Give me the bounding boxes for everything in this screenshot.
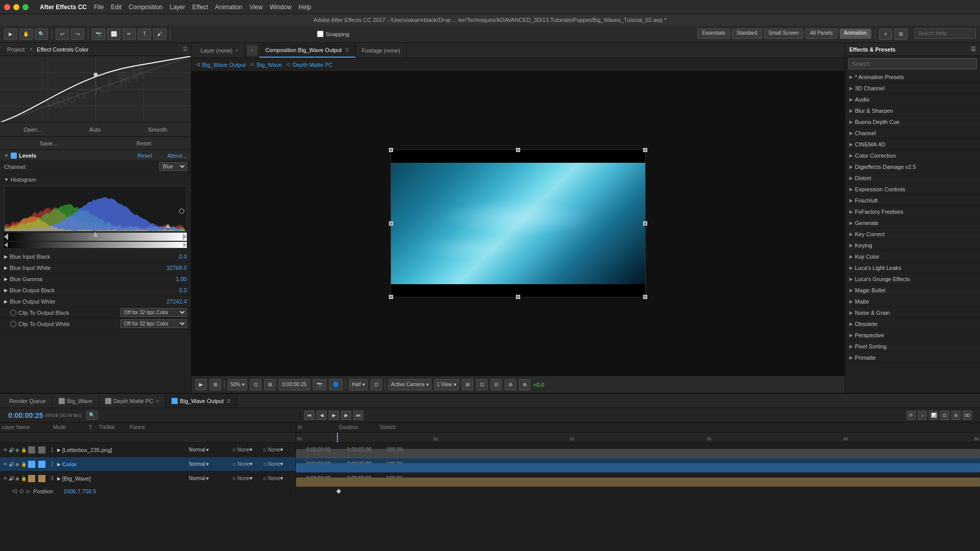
text-btn[interactable]: T	[138, 29, 151, 40]
category-channel[interactable]: ▶ Channel	[845, 128, 980, 139]
close-button[interactable]	[4, 4, 10, 10]
effects-search-input[interactable]	[848, 58, 977, 69]
category-color-correction[interactable]: ▶ Color Correction	[845, 150, 980, 161]
tl-search-btn[interactable]: 🔍	[86, 411, 97, 420]
project-tab[interactable]: Project	[3, 45, 29, 54]
edit-workspace-btn[interactable]: ⊞	[894, 29, 908, 40]
layer-2-solo[interactable]: ◉	[14, 461, 20, 467]
param-expand-1[interactable]: ▶	[4, 265, 8, 270]
menu-view[interactable]: View	[250, 4, 263, 11]
layer-1-audio[interactable]: 🔊	[8, 447, 14, 453]
menu-help[interactable]: Help	[299, 4, 311, 11]
playhead[interactable]	[337, 433, 338, 442]
keyframe-diamond[interactable]	[336, 489, 341, 494]
workspace-animation[interactable]: Animation	[840, 29, 871, 39]
camera-btn-viewer[interactable]: 📷	[313, 379, 326, 390]
brush-btn[interactable]: 🖌	[153, 29, 166, 40]
sub-right-icon[interactable]: ▷	[27, 489, 30, 494]
workspace-standard[interactable]: Standard	[732, 29, 762, 39]
layer-3-audio[interactable]: 🔊	[8, 475, 14, 482]
frame-btn[interactable]: ⊞	[210, 379, 221, 390]
hand-tool[interactable]: ✋	[19, 29, 33, 40]
breadcrumb-item-0[interactable]: Big_Wave Output	[202, 62, 246, 68]
category-noise-grain[interactable]: ▶ Noise & Grain	[845, 307, 980, 318]
workspace-all-panels[interactable]: All Panels	[805, 29, 837, 39]
param-value-1[interactable]: 32768.0	[156, 265, 187, 271]
param-expand-0[interactable]: ▶	[4, 254, 8, 259]
layer-1-lock[interactable]: 🔒	[20, 447, 27, 453]
layer-1-parent[interactable]: ⊙ None ▾	[263, 446, 293, 453]
handle-bm[interactable]	[516, 295, 520, 299]
tl-next-frame[interactable]: ▶	[341, 411, 351, 420]
comp-tab-menu[interactable]: ☰	[345, 47, 349, 53]
category-pixel-sorting[interactable]: ▶ Pixel Sorting	[845, 341, 980, 352]
save-btn[interactable]: Save...	[36, 139, 61, 147]
position-value[interactable]: 1000.7,758.5	[63, 488, 96, 494]
param-value-4[interactable]: 27242.4	[156, 298, 187, 305]
handle-ml[interactable]	[389, 221, 393, 226]
tl-loop-btn[interactable]: ⟳	[906, 411, 916, 420]
undo-btn[interactable]: ↩	[56, 29, 69, 40]
handle-mr[interactable]	[643, 221, 647, 226]
breadcrumb-item-1[interactable]: Big_Wave	[257, 62, 282, 68]
camera-dropdown[interactable]: Active Camera ▾	[388, 379, 431, 390]
view-dropdown[interactable]: 1 View ▾	[434, 379, 459, 390]
search-help-input[interactable]	[915, 29, 976, 39]
tl-first-frame[interactable]: ⏮	[304, 411, 314, 420]
auto-btn[interactable]: Auto	[85, 126, 105, 134]
fit-btn[interactable]: ⊡	[250, 379, 261, 390]
white-input-handle[interactable]	[183, 233, 187, 240]
workspace-essentials[interactable]: Essentials	[697, 29, 730, 39]
snapping-checkbox[interactable]	[317, 31, 324, 37]
param-dropdown-6[interactable]: Off for 32 bpc Color On	[120, 319, 187, 328]
layer-3-expand[interactable]: ▶	[57, 476, 62, 481]
breadcrumb-item-2[interactable]: Depth Matte PC	[293, 62, 333, 68]
layer-3-mode[interactable]: Normal ▾	[189, 475, 222, 481]
mask-rect-btn[interactable]: ⬜	[107, 29, 120, 40]
footage-tab[interactable]: Footage (none)	[356, 43, 407, 58]
sub-expand-icon[interactable]: ◁	[12, 488, 16, 494]
menu-layer[interactable]: Layer	[170, 4, 185, 11]
comp-tab[interactable]: Composition Big_Wave Output ☰	[259, 43, 356, 58]
levels-about[interactable]: About...	[156, 153, 187, 159]
category-animation-presets[interactable]: ▶ * Animation Presets	[845, 71, 980, 83]
param-expand-2[interactable]: ▶	[4, 277, 8, 282]
category-audio[interactable]: ▶ Audio	[845, 94, 980, 105]
layer-2-audio[interactable]: 🔊	[8, 461, 14, 467]
category-expression-controls[interactable]: ▶ Expression Controls	[845, 184, 980, 195]
camera-btn[interactable]: 📷	[92, 29, 105, 40]
category-keying[interactable]: ▶ Keying	[845, 240, 980, 251]
handle-br[interactable]	[643, 295, 647, 299]
workspace-small-screen[interactable]: Small Screen	[764, 29, 803, 39]
layer-3-parent[interactable]: ⊙ None ▾	[263, 475, 293, 482]
view-opts-btn[interactable]: ⊞	[462, 379, 473, 390]
param-expand-4[interactable]: ▶	[4, 299, 8, 304]
category-koji-color[interactable]: ▶ Koji Color	[845, 251, 980, 262]
layer-3-trkmat[interactable]: ⊙ None ▾	[232, 475, 263, 482]
more-workspaces-btn[interactable]: »	[879, 29, 892, 40]
menu-file[interactable]: File	[94, 4, 104, 11]
panel-menu-btn[interactable]: ☰	[183, 46, 188, 53]
layer-1-mode[interactable]: Normal ▾	[189, 447, 222, 453]
tl-3d-btn[interactable]: 3D	[963, 411, 972, 420]
tab-render-queue[interactable]: Render Queue	[3, 394, 53, 408]
traffic-lights[interactable]	[4, 4, 29, 10]
play-btn[interactable]: ▶	[195, 379, 207, 390]
category-3d-channel[interactable]: ▶ 3D Channel	[845, 83, 980, 94]
tl-audio-btn[interactable]: ♪	[918, 411, 927, 420]
layer-2-mode[interactable]: Normal ▾	[189, 461, 222, 467]
handle-tm[interactable]	[516, 148, 520, 152]
tab-big-wave[interactable]: Big_Wave	[53, 394, 99, 408]
view-opts-btn3[interactable]: ⊟	[491, 379, 502, 390]
channel-dropdown[interactable]: Blue Red Green RGB Alpha	[159, 162, 187, 171]
zoom-tool[interactable]: 🔍	[35, 29, 48, 40]
input-sliders[interactable]	[4, 233, 187, 241]
category-distort[interactable]: ▶ Distort	[845, 172, 980, 184]
levels-reset[interactable]: Reset	[121, 153, 152, 159]
zoom-dropdown[interactable]: 50% ▾	[228, 379, 247, 390]
maximize-button[interactable]	[22, 4, 29, 10]
layer-1-trkmat[interactable]: ⊙ None ▾	[232, 446, 263, 453]
category-cinema4d[interactable]: ▶ CINEMA 4D	[845, 139, 980, 150]
tl-play-pause[interactable]: ▶	[329, 411, 339, 420]
layer-2-parent[interactable]: ⊙ None ▾	[263, 461, 293, 467]
